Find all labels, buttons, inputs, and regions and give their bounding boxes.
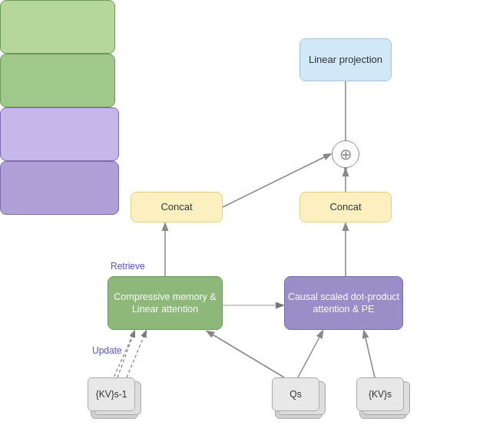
qs-label: Qs bbox=[290, 389, 301, 400]
sum-circle: ⊕ bbox=[332, 140, 359, 168]
compressive-memory-label: Compressive memory & Linear attention bbox=[108, 291, 222, 316]
qs-box: Qs bbox=[272, 377, 319, 411]
causal-attention-label: Causal scaled dot-product attention & PE bbox=[285, 291, 402, 316]
linear-projection-box: Linear projection bbox=[299, 38, 392, 81]
svg-line-7 bbox=[298, 331, 323, 377]
compressive-memory-box: Compressive memory & Linear attention bbox=[108, 276, 223, 330]
concat-left-box: Concat bbox=[131, 192, 223, 222]
update-label: Update bbox=[92, 345, 122, 356]
concat-right-label: Concat bbox=[329, 201, 361, 214]
svg-line-9 bbox=[207, 331, 284, 377]
concat-left-label: Concat bbox=[160, 201, 192, 214]
concat-right-box: Concat bbox=[299, 192, 392, 222]
diagram: Linear projection ⊕ Concat Concat Retrie… bbox=[0, 0, 493, 448]
kv-curr-label: {KV}s bbox=[369, 389, 392, 400]
compressive-shadow-2 bbox=[0, 0, 115, 54]
svg-line-11 bbox=[127, 331, 146, 377]
kv-prev-box: {KV}s-1 bbox=[88, 377, 135, 411]
causal-shadow-1 bbox=[0, 161, 119, 215]
kv-prev-label: {KV}s-1 bbox=[96, 389, 127, 400]
linear-projection-label: Linear projection bbox=[309, 54, 382, 67]
retrieve-label: Retrieve bbox=[111, 261, 145, 272]
compressive-shadow-1 bbox=[0, 54, 115, 107]
kv-curr-box: {KV}s bbox=[356, 377, 404, 411]
causal-attention-box: Causal scaled dot-product attention & PE bbox=[284, 276, 403, 330]
svg-line-8 bbox=[364, 331, 375, 377]
causal-shadow-2 bbox=[0, 107, 119, 161]
plus-symbol: ⊕ bbox=[339, 145, 352, 163]
